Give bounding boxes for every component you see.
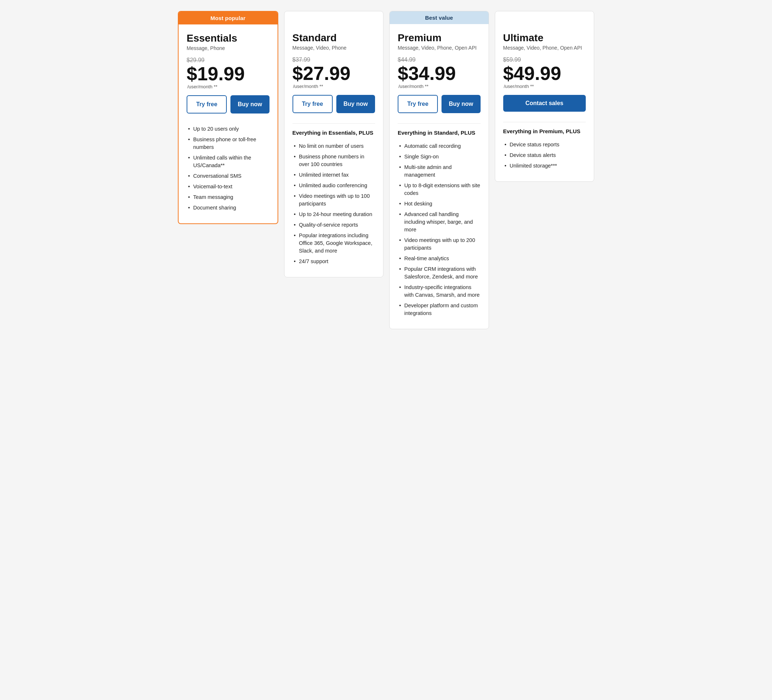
- feature-list-standard: No limit on number of usersBusiness phon…: [293, 141, 375, 267]
- original-price-ultimate: $59.99: [503, 57, 586, 63]
- current-price-essentials: $19.99: [186, 64, 245, 83]
- feature-list-essentials: Up to 20 users onlyBusiness phone or tol…: [186, 124, 270, 213]
- original-price-essentials: $29.99: [186, 57, 270, 64]
- list-item: Device status alerts: [503, 150, 586, 161]
- plan-card-ultimate: invisibleUltimateMessage, Video, Phone, …: [495, 11, 595, 182]
- original-price-standard: $37.99: [293, 57, 375, 63]
- list-item: Unlimited internet fax: [293, 170, 375, 180]
- pricing-grid: Most popularEssentialsMessage, Phone$29.…: [178, 11, 594, 329]
- list-item: Developer platform and custom integratio…: [398, 300, 481, 318]
- price-suffix-essentials: /user/month **: [187, 84, 270, 90]
- plan-name-ultimate: Ultimate: [503, 32, 586, 44]
- list-item: Business phone numbers in over 100 count…: [293, 152, 375, 170]
- plan-features-short-ultimate: Message, Video, Phone, Open API: [503, 45, 586, 51]
- list-item: Up to 24-hour meeting duration: [293, 209, 375, 220]
- original-price-premium: $44.99: [398, 57, 481, 63]
- list-item: Hot desking: [398, 199, 481, 209]
- list-item: Popular integrations including Office 36…: [293, 230, 375, 256]
- list-item: Unlimited storage***: [503, 161, 586, 171]
- list-item: Real-time analytics: [398, 253, 481, 264]
- list-item: Up to 20 users only: [186, 124, 270, 134]
- list-item: Document sharing: [186, 202, 270, 213]
- badge-premium: Best value: [390, 11, 489, 24]
- list-item: Automatic call recording: [398, 141, 481, 152]
- feature-list-ultimate: Device status reportsDevice status alert…: [503, 139, 586, 171]
- try-free-button-premium[interactable]: Try free: [398, 95, 438, 113]
- list-item: 24/7 support: [293, 256, 375, 267]
- list-item: Unlimited audio conferencing: [293, 180, 375, 191]
- plan-card-essentials: Most popularEssentialsMessage, Phone$29.…: [178, 11, 278, 224]
- buy-now-button-essentials[interactable]: Buy now: [231, 95, 269, 114]
- price-suffix-ultimate: /user/month **: [504, 83, 586, 89]
- list-item: Quality-of-service reports: [293, 220, 375, 230]
- feature-list-premium: Automatic call recordingSingle Sign-onMu…: [398, 141, 481, 318]
- list-item: Video meetings with up to 100 participan…: [293, 191, 375, 209]
- list-item: Popular CRM integrations with Salesforce…: [398, 264, 481, 282]
- plus-header-premium: Everything in Standard, PLUS: [398, 130, 481, 136]
- list-item: Business phone or toll-free numbers: [186, 134, 270, 153]
- contact-sales-button-ultimate[interactable]: Contact sales: [503, 95, 586, 112]
- badge-essentials: Most popular: [178, 12, 278, 24]
- list-item: Conversational SMS: [186, 171, 270, 181]
- list-item: Device status reports: [503, 139, 586, 150]
- price-suffix-standard: /user/month **: [293, 83, 375, 89]
- current-price-standard: $27.99: [293, 64, 350, 83]
- list-item: Industry-specific integrations with Canv…: [398, 282, 481, 300]
- list-item: Advanced call handling including whisper…: [398, 209, 481, 235]
- list-item: Up to 8-digit extensions with site codes: [398, 180, 481, 199]
- list-item: Video meetings with up to 200 participan…: [398, 235, 481, 253]
- plan-name-standard: Standard: [293, 32, 375, 44]
- try-free-button-essentials[interactable]: Try free: [186, 95, 227, 114]
- current-price-ultimate: $49.99: [503, 64, 561, 83]
- plus-header-standard: Everything in Essentials, PLUS: [293, 130, 375, 136]
- list-item: No limit on number of users: [293, 141, 375, 152]
- list-item: Voicemail-to-text: [186, 181, 270, 192]
- list-item: Single Sign-on: [398, 152, 481, 162]
- price-suffix-premium: /user/month **: [398, 83, 481, 89]
- plan-name-premium: Premium: [398, 32, 481, 44]
- plan-features-short-premium: Message, Video, Phone, Open API: [398, 45, 481, 51]
- current-price-premium: $34.99: [398, 64, 456, 83]
- list-item: Multi-site admin and management: [398, 162, 481, 180]
- plus-header-ultimate: Everything in Premium, PLUS: [503, 128, 586, 134]
- plan-features-short-essentials: Message, Phone: [186, 45, 270, 51]
- plan-card-premium: Best valuePremiumMessage, Video, Phone, …: [389, 11, 489, 329]
- plan-name-essentials: Essentials: [186, 33, 270, 44]
- plan-features-short-standard: Message, Video, Phone: [293, 45, 375, 51]
- buy-now-button-standard[interactable]: Buy now: [336, 95, 375, 113]
- buy-now-button-premium[interactable]: Buy now: [442, 95, 480, 113]
- list-item: Unlimited calls within the US/Canada**: [186, 153, 270, 171]
- list-item: Team messaging: [186, 192, 270, 202]
- plan-card-standard: invisibleStandardMessage, Video, Phone$3…: [284, 11, 384, 277]
- try-free-button-standard[interactable]: Try free: [293, 95, 333, 113]
